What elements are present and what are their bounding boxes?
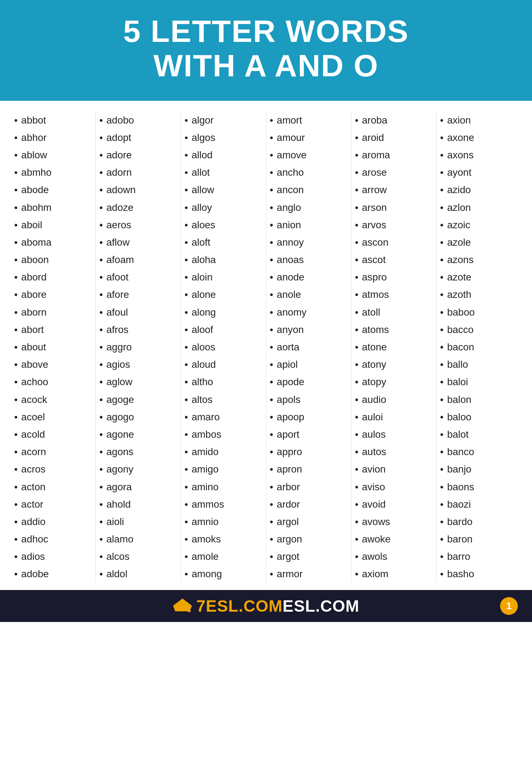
list-item: •aulos [355,426,433,443]
word-text: ascon [362,235,389,249]
bullet-icon: • [184,375,188,389]
list-item: •aroba [355,111,433,129]
list-item: •altho [184,373,262,390]
bullet-icon: • [440,218,444,232]
word-text: aloos [192,340,215,354]
word-text: along [192,305,216,319]
word-text: baloo [447,410,472,424]
bullet-icon: • [184,218,188,232]
bullet-icon: • [184,148,188,162]
list-item: •atoll [355,304,433,321]
bullet-icon: • [440,567,444,581]
list-item: •annoy [270,234,348,251]
word-text: arson [362,201,387,214]
bullet-icon: • [184,410,188,424]
word-text: azote [447,270,472,284]
list-item: •abhor [14,129,92,146]
bullet-icon: • [270,427,273,441]
word-text: aloes [192,218,215,232]
word-text: arose [362,165,387,179]
bullet-icon: • [270,515,273,529]
bullet-icon: • [355,497,359,511]
list-item: •argot [270,548,348,565]
word-text: avoid [362,497,386,511]
column-2: •adobo•adopt•adore•adorn•adown•adoze•aer… [96,111,181,583]
bullet-icon: • [99,270,103,284]
bullet-icon: • [270,410,273,424]
svg-rect-3 [188,611,191,612]
word-text: avion [362,462,386,476]
bullet-icon: • [270,567,273,581]
word-text: balot [447,427,469,441]
bullet-icon: • [14,235,18,249]
word-text: alone [192,288,216,301]
word-text: aldol [106,567,127,581]
word-text: argol [277,515,299,529]
list-item: •abore [14,286,92,303]
list-item: •anyon [270,321,348,338]
bullet-icon: • [270,393,273,406]
word-text: ambos [192,427,221,441]
bullet-icon: • [14,218,18,232]
bullet-icon: • [184,515,188,529]
word-text: arvos [362,218,386,232]
word-text: agios [106,357,130,371]
list-item: •algos [184,129,262,146]
word-text: aboil [21,218,42,232]
list-item: •adoze [99,199,177,216]
bullet-icon: • [270,323,273,337]
list-item: •ayont [440,164,518,181]
word-text: anyon [277,323,304,337]
word-text: bardo [447,515,473,529]
bullet-icon: • [14,201,18,214]
bullet-icon: • [99,532,103,546]
list-item: •axiom [355,565,433,583]
list-item: •autos [355,443,433,460]
list-item: •aldol [99,565,177,583]
word-text: acock [21,393,47,406]
bullet-icon: • [99,340,103,354]
bullet-icon: • [270,113,273,127]
bullet-icon: • [355,340,359,354]
word-text: atone [362,340,387,354]
list-item: •adore [99,146,177,164]
word-text: anole [277,288,301,301]
word-text: ancon [277,183,304,197]
list-item: •amnio [184,513,262,530]
bullet-icon: • [270,148,273,162]
word-text: barro [447,550,470,563]
bullet-icon: • [440,201,444,214]
list-item: •aroid [355,129,433,146]
word-text: allot [192,165,210,179]
word-text: azole [447,235,471,249]
list-item: •amoks [184,530,262,548]
word-text: aloud [192,357,216,371]
bullet-icon: • [14,183,18,197]
list-item: •actor [14,496,92,513]
list-item: •bacon [440,338,518,356]
bullet-icon: • [99,393,103,406]
list-item: •acros [14,460,92,478]
bullet-icon: • [14,462,18,476]
bullet-icon: • [270,270,273,284]
column-4: •amort•amour•amove•ancho•ancon•anglo•ani… [266,111,351,583]
list-item: •aloha [184,251,262,268]
word-text: ardor [277,497,300,511]
list-item: •aboon [14,251,92,268]
bullet-icon: • [184,393,188,406]
list-item: •abmho [14,164,92,181]
word-text: adhoc [21,532,48,546]
bullet-icon: • [440,550,444,563]
word-text: abord [21,270,47,284]
bullet-icon: • [14,410,18,424]
list-item: •addio [14,513,92,530]
word-text: azido [447,183,471,197]
list-item: •arson [355,199,433,216]
bullet-icon: • [355,270,359,284]
word-text: aloha [192,253,216,267]
list-item: •allot [184,164,262,181]
bullet-icon: • [184,201,188,214]
word-text: adopt [106,131,131,144]
bullet-icon: • [184,253,188,267]
word-text: aloof [192,323,213,337]
